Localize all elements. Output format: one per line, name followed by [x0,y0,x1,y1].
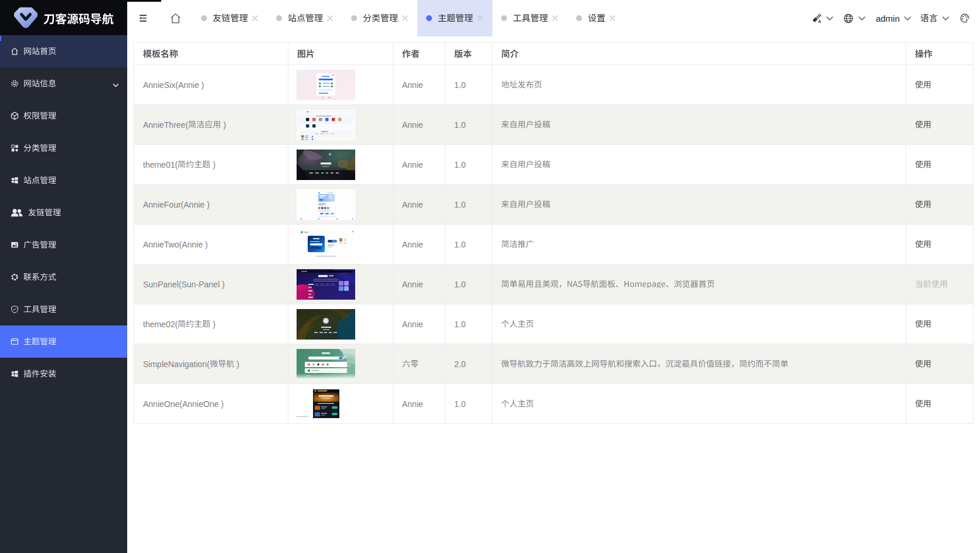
svg-text:A: A [818,19,821,23]
